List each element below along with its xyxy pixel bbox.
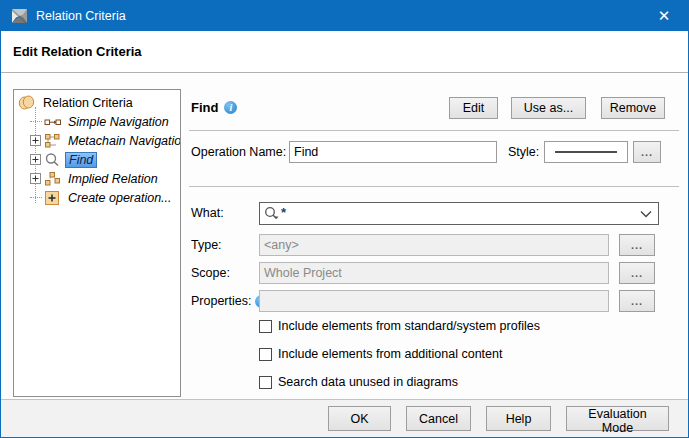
- separator: [189, 130, 679, 131]
- metachain-navigation-icon: [44, 133, 61, 149]
- tree-item-label: Find: [65, 152, 97, 168]
- checkbox-label: Search data unused in diagrams: [278, 375, 458, 389]
- window-title: Relation Criteria: [36, 9, 126, 23]
- what-combobox[interactable]: *: [259, 202, 659, 225]
- properties-label-row: Properties: i: [191, 294, 268, 308]
- tree-item-label: Create operation...: [65, 190, 175, 206]
- expand-icon[interactable]: [30, 173, 41, 184]
- operation-name-value: Find: [294, 145, 318, 159]
- ok-button[interactable]: OK: [328, 406, 391, 431]
- checkbox-row-standard-profiles[interactable]: Include elements from standard/system pr…: [259, 319, 540, 333]
- checkbox-label: Include elements from standard/system pr…: [278, 319, 540, 333]
- expand-icon[interactable]: [30, 154, 41, 165]
- properties-browse-button[interactable]: ...: [619, 290, 655, 312]
- find-icon: [44, 152, 61, 168]
- close-icon[interactable]: ✕: [650, 1, 678, 31]
- type-field: <any>: [259, 234, 609, 256]
- tree-stub: [30, 121, 42, 122]
- search-filter-icon: [264, 206, 280, 222]
- type-value: <any>: [264, 238, 299, 252]
- create-operation-icon: [44, 190, 61, 206]
- properties-label: Properties:: [191, 294, 251, 308]
- panel-title-row: Find i: [191, 100, 237, 115]
- tree-item-find[interactable]: Find: [14, 150, 180, 169]
- scope-browse-button[interactable]: ...: [619, 262, 655, 284]
- relation-criteria-dialog: Relation Criteria ✕ Edit Relation Criter…: [0, 0, 689, 438]
- checkbox[interactable]: [259, 376, 272, 389]
- style-browse-button[interactable]: ...: [633, 141, 661, 163]
- checkbox-label: Include elements from additional content: [278, 347, 502, 361]
- dialog-footer: OK Cancel Help Evaluation Mode: [1, 399, 688, 437]
- dialog-header: Edit Relation Criteria: [1, 31, 688, 73]
- page-title: Edit Relation Criteria: [13, 44, 142, 59]
- tree-item-implied-relation[interactable]: Implied Relation: [14, 169, 180, 188]
- type-browse-button[interactable]: ...: [619, 234, 655, 256]
- checkbox-row-additional-content[interactable]: Include elements from additional content: [259, 347, 502, 361]
- properties-field: [259, 290, 609, 312]
- tree-item-label: Implied Relation: [65, 171, 161, 187]
- scope-label: Scope:: [191, 266, 230, 280]
- separator: [189, 186, 679, 187]
- scope-field: Whole Project: [259, 262, 609, 284]
- tree-item-metachain-navigation[interactable]: Metachain Navigation: [14, 131, 180, 150]
- operation-name-label: Operation Name:: [191, 145, 286, 159]
- checkbox[interactable]: [259, 320, 272, 333]
- use-as-button[interactable]: Use as...: [511, 97, 586, 119]
- simple-navigation-icon: [44, 114, 61, 130]
- criteria-tree: Relation Criteria Simple Navigation: [14, 93, 180, 207]
- tree-item-simple-navigation[interactable]: Simple Navigation: [14, 112, 180, 131]
- edit-button[interactable]: Edit: [449, 97, 498, 119]
- scope-value: Whole Project: [264, 266, 342, 280]
- type-label: Type:: [191, 238, 222, 252]
- cancel-button[interactable]: Cancel: [406, 406, 471, 431]
- dialog-body: Relation Criteria Simple Navigation: [1, 74, 688, 399]
- tree-item-relation-criteria[interactable]: Relation Criteria: [14, 93, 180, 112]
- checkbox[interactable]: [259, 348, 272, 361]
- relation-criteria-icon: [18, 95, 35, 111]
- line-style-preview-icon: [555, 151, 617, 153]
- what-value: *: [281, 205, 286, 220]
- info-icon: i: [224, 101, 237, 114]
- checkbox-row-unused-data[interactable]: Search data unused in diagrams: [259, 375, 458, 389]
- chevron-down-icon[interactable]: [640, 210, 652, 218]
- tree-item-create-operation[interactable]: Create operation...: [14, 188, 180, 207]
- tree-stub: [30, 197, 42, 198]
- tree-item-label: Relation Criteria: [40, 95, 136, 111]
- style-preview-field[interactable]: [544, 141, 628, 163]
- panel-title: Find: [191, 100, 218, 115]
- help-button[interactable]: Help: [486, 406, 551, 431]
- remove-button[interactable]: Remove: [601, 97, 665, 119]
- expand-icon[interactable]: [30, 135, 41, 146]
- what-label: What:: [191, 206, 224, 220]
- app-logo-icon: [11, 8, 28, 24]
- implied-relation-icon: [44, 171, 61, 187]
- tree-item-label: Simple Navigation: [65, 114, 172, 130]
- operation-name-input[interactable]: Find: [289, 141, 497, 163]
- evaluation-mode-button[interactable]: Evaluation Mode: [566, 406, 669, 431]
- titlebar: Relation Criteria ✕: [1, 1, 688, 31]
- criteria-tree-panel: Relation Criteria Simple Navigation: [13, 89, 181, 397]
- tree-item-label: Metachain Navigation: [65, 133, 181, 149]
- style-label: Style:: [508, 145, 539, 159]
